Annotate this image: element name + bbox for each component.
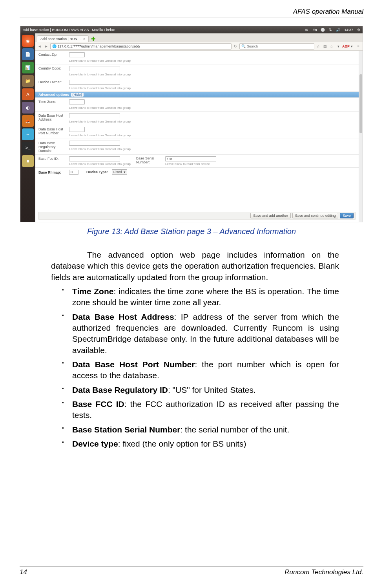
calc-icon[interactable]: 📊	[22, 62, 34, 73]
rf-label: Base Rf map:	[38, 170, 69, 174]
dash-icon[interactable]: ◉	[22, 35, 34, 47]
lang-indicator[interactable]: En	[312, 28, 317, 32]
term: Data Base Host Address	[72, 312, 174, 321]
field-hint: Leave blank to read from General info gr…	[69, 162, 131, 166]
window-title: Add base station | RUNCOM TVWS AFAS - Mo…	[23, 28, 115, 32]
library-icon[interactable]: ▤	[322, 44, 328, 48]
files-icon[interactable]: 📁	[22, 75, 34, 87]
vertical-scrollbar[interactable]	[359, 51, 363, 222]
list-item: Data Base Regulatory ID: "US" for United…	[62, 385, 339, 396]
field-list: Time Zone: indicates the time zone where…	[51, 286, 339, 449]
adv-title: Advanced options	[38, 93, 69, 97]
search-input[interactable]: 🔍 Search	[239, 43, 314, 49]
db-host-port-input[interactable]	[69, 127, 85, 132]
save-add-another-button[interactable]: Save and add another	[250, 213, 291, 218]
url-input[interactable]: 🌐 127.0.0.1:7777/admin/management/basest…	[50, 43, 232, 49]
device-type-value: Fixed	[113, 170, 122, 174]
eclipse-icon[interactable]: ◐	[22, 102, 34, 114]
browser-window: Add base station | RUN… × ✚ ◄ ► 🌐 127.0.…	[35, 33, 363, 222]
page-footer: 14 Runcom Technologies Ltd.	[20, 566, 363, 576]
advanced-options-header[interactable]: Advanced options (Hide)	[35, 92, 363, 97]
window-titlebar: Add base station | RUNCOM TVWS AFAS - Mo…	[20, 26, 363, 33]
field-label: Contact Zip:	[38, 52, 69, 57]
field-label: Country Code:	[38, 66, 69, 70]
term: Device type	[72, 439, 118, 448]
bluetooth-icon[interactable]: ⚪	[321, 28, 325, 32]
back-button[interactable]: ◄	[37, 44, 42, 48]
list-item: Data Base Host Address: IP address of th…	[62, 311, 339, 356]
serial-label: Base Serial Number:	[136, 156, 160, 164]
firefox-icon[interactable]: 🦊	[22, 115, 34, 127]
scrollbar-thumb[interactable]	[359, 74, 362, 133]
screenshot: Add base station | RUNCOM TVWS AFAS - Mo…	[20, 26, 363, 222]
field-hint: Leave blank to read from General info gr…	[69, 134, 359, 137]
teamviewer-icon[interactable]: ↔	[22, 128, 34, 140]
terminal-icon[interactable]: >_	[22, 142, 34, 154]
new-tab-button[interactable]: ✚	[89, 36, 98, 42]
forward-button[interactable]: ►	[44, 44, 49, 48]
header-title: AFAS operation Manual	[293, 8, 363, 16]
sound-icon[interactable]: 🔊	[336, 28, 340, 32]
field-row-rf: Base Rf map: 0 Device Type: Fixed ▾	[35, 167, 363, 176]
base-rf-map-input[interactable]: 0	[69, 170, 78, 175]
field-hint: Leave blank to read from General info gr…	[69, 73, 359, 76]
field-label: Data Base Host Address:	[38, 113, 69, 121]
field-hint: Leave blank to read from General info gr…	[69, 106, 359, 110]
tab-strip: Add base station | RUN… × ✚	[35, 33, 363, 42]
field-label: Device Owner:	[38, 80, 69, 84]
url-text: 127.0.0.1:7777/admin/management/basestat…	[58, 44, 140, 48]
device-type-select[interactable]: Fixed ▾	[112, 169, 127, 175]
page-content: Contact Zip: Leave blank to read from Ge…	[35, 51, 363, 222]
base-fcc-id-input[interactable]	[69, 156, 120, 161]
downloads-icon[interactable]: ▾	[336, 44, 341, 48]
field-row: Data Base Host Port Number: Leave blank …	[35, 125, 363, 139]
page-header: AFAS operation Manual	[20, 8, 363, 18]
contact-zip-input[interactable]	[69, 52, 85, 57]
save-continue-button[interactable]: Save and continue editing	[292, 213, 339, 218]
field-hint: Leave blank to read from device	[165, 162, 216, 166]
field-row: Data Base Host Address: Leave blank to r…	[35, 111, 363, 125]
globe-icon: 🌐	[52, 44, 58, 48]
device-type-label: Device Type:	[86, 170, 108, 174]
db-regulatory-domain-input[interactable]	[69, 141, 120, 146]
db-host-address-input[interactable]	[69, 113, 120, 118]
software-icon[interactable]: A	[22, 88, 34, 100]
tab-close-icon[interactable]: ×	[83, 37, 85, 41]
base-serial-input[interactable]: 101	[165, 156, 216, 161]
reload-button[interactable]: ↻	[233, 44, 238, 48]
body-text: The advanced option web page includes in…	[20, 249, 363, 453]
adv-hide-toggle[interactable]: (Hide)	[71, 93, 84, 97]
gear-icon[interactable]: ⚙	[357, 28, 360, 32]
device-owner-input[interactable]	[69, 80, 120, 85]
term: Data Base Regulatory ID	[72, 385, 168, 394]
writer-icon[interactable]: 📄	[22, 48, 34, 60]
tab-label: Add base station | RUN…	[40, 37, 81, 41]
clock[interactable]: 14:37	[344, 28, 353, 32]
search-icon: 🔍	[241, 44, 247, 48]
bookmark-star-icon[interactable]: ☆	[316, 44, 321, 48]
field-hint: Leave blank to read from General info gr…	[69, 147, 359, 151]
desc: : the serial number of the unit.	[180, 425, 289, 434]
network-icon[interactable]: ⇅	[329, 28, 332, 32]
field-hint: Leave blank to read from General info gr…	[69, 86, 359, 90]
field-hint: Leave blank to read from General info gr…	[69, 120, 359, 123]
footer-company: Runcom Technologies Ltd.	[285, 568, 363, 576]
list-item: Device type: fixed (the only option for …	[62, 438, 339, 449]
field-label: Time Zone:	[38, 99, 69, 104]
field-row: Contact Zip: Leave blank to read from Ge…	[35, 51, 363, 64]
system-tray: ✉ En ⚪ ⇅ 🔊 14:37 ⚙	[305, 28, 360, 32]
list-item: Base Station Serial Number: the serial n…	[62, 424, 339, 435]
browser-tab[interactable]: Add base station | RUN… ×	[37, 35, 89, 42]
mail-icon[interactable]: ✉	[305, 28, 308, 32]
country-code-input[interactable]	[69, 66, 120, 71]
app-icon[interactable]: ■	[22, 155, 34, 167]
figure-caption: Figure 13: Add Base Station page 3 – Adv…	[20, 227, 363, 236]
form-button-bar: Save and add another Save and continue e…	[38, 212, 356, 220]
abp-icon[interactable]: ABP	[342, 44, 348, 48]
field-row: Country Code: Leave blank to read from G…	[35, 64, 363, 78]
menu-icon[interactable]: ≡	[356, 44, 361, 48]
time-zone-input[interactable]	[69, 99, 85, 104]
save-button[interactable]: Save	[340, 213, 354, 218]
chevron-down-icon[interactable]: ▾	[349, 44, 354, 48]
home-icon[interactable]: ⌂	[329, 44, 334, 48]
